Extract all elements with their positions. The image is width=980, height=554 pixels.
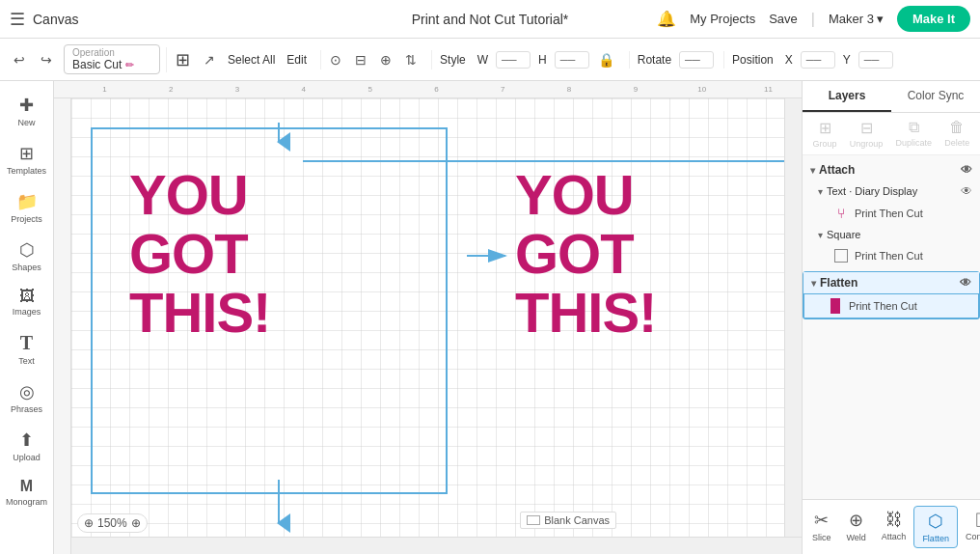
edit-button[interactable]: Edit bbox=[283, 51, 311, 69]
weld-tool[interactable]: ⊕ Weld bbox=[839, 506, 874, 548]
undo-button[interactable]: ↩ bbox=[8, 48, 31, 71]
zoom-decrease-icon[interactable]: ⊕ bbox=[84, 516, 94, 530]
topbar-right: 🔔 My Projects Save | Maker 3 ▾ Make It bbox=[657, 6, 970, 32]
rotate-input[interactable]: ── bbox=[679, 51, 714, 69]
monogram-icon: M bbox=[20, 478, 33, 495]
slice-icon: ✂ bbox=[814, 510, 829, 531]
blank-canvas-text: Blank Canvas bbox=[544, 514, 610, 526]
left-sidebar: ✚ New ⊞ Templates 📁 Projects ⬡ Shapes 🖼 … bbox=[0, 81, 54, 554]
text-you-got-this-right[interactable]: YOUGOTTHIS! bbox=[515, 166, 656, 343]
flatten-group-name: Flatten bbox=[820, 276, 956, 290]
panel-actions: ⊞ Group ⊟ Ungroup ⧉ Duplicate 🗑 Delete bbox=[803, 113, 980, 155]
h-input[interactable]: ── bbox=[555, 51, 589, 69]
undo-redo-group: ↩ ↪ bbox=[8, 48, 58, 71]
sidebar-item-images-label: Images bbox=[13, 307, 41, 317]
attach-tool-icon: ⛓ bbox=[885, 510, 903, 530]
y-input[interactable]: ── bbox=[858, 51, 893, 69]
x-label: X bbox=[781, 51, 797, 69]
h-label: H bbox=[534, 51, 551, 69]
machine-label: Maker 3 bbox=[829, 12, 874, 26]
zoom-increase-icon[interactable]: ⊕ bbox=[131, 516, 141, 530]
select-all-button[interactable]: Select All bbox=[224, 51, 279, 69]
sidebar-item-upload-label: Upload bbox=[13, 453, 41, 462]
blank-canvas-label: Blank Canvas bbox=[520, 512, 616, 529]
sidebar-item-projects[interactable]: 📁 Projects bbox=[3, 185, 51, 230]
sidebar-item-templates[interactable]: ⊞ Templates bbox=[3, 137, 51, 181]
sidebar-item-phrases-label: Phrases bbox=[11, 404, 42, 414]
square-header[interactable]: ▾ Square bbox=[810, 225, 980, 244]
text-diary-header[interactable]: ▾ Text · Diary Display 👁 bbox=[810, 180, 980, 202]
arrow-select-icon[interactable]: ↗ bbox=[199, 50, 220, 69]
machine-selector[interactable]: Maker 3 ▾ bbox=[829, 12, 884, 26]
delete-label: Delete bbox=[944, 138, 969, 148]
canvas-grid[interactable]: YOUGOTTHIS! YOUGOTTHIS! bbox=[71, 98, 802, 537]
delete-action[interactable]: 🗑 Delete bbox=[944, 119, 969, 149]
attach-group-header[interactable]: ▾ Attach 👁 bbox=[803, 159, 980, 180]
canvas-area[interactable]: 1 2 3 4 5 6 7 8 9 10 11 YOUGOTTHIS! YOUG… bbox=[54, 81, 802, 554]
attach-tool[interactable]: ⛓ Attach bbox=[874, 506, 914, 548]
weld-label: Weld bbox=[847, 533, 866, 542]
align-icon[interactable]: ⊟ bbox=[350, 50, 371, 69]
pink-thumb-rect bbox=[830, 298, 840, 314]
lock-ratio-icon[interactable]: 🔒 bbox=[593, 50, 619, 69]
my-projects-link[interactable]: My Projects bbox=[690, 12, 755, 26]
duplicate-action[interactable]: ⧉ Duplicate bbox=[896, 119, 933, 149]
select-all-group-icon[interactable]: ⊞ bbox=[171, 47, 195, 72]
group-icon: ⊞ bbox=[819, 119, 831, 137]
attach-group-name: Attach bbox=[819, 163, 957, 177]
group-label: Group bbox=[813, 139, 837, 149]
hamburger-menu[interactable]: ☰ bbox=[10, 9, 25, 30]
ungroup-action[interactable]: ⊟ Ungroup bbox=[850, 119, 884, 149]
upload-icon: ⬆ bbox=[19, 429, 34, 451]
sidebar-item-shapes[interactable]: ⬡ Shapes bbox=[3, 234, 51, 278]
contour-tool[interactable]: ⌷ Contour bbox=[958, 506, 980, 548]
text-diary-ptc-item[interactable]: ⑂ Print Then Cut bbox=[810, 202, 980, 225]
sidebar-item-text[interactable]: T Text bbox=[3, 326, 51, 372]
edit-pencil-icon: ✏ bbox=[125, 59, 134, 71]
tab-color-sync[interactable]: Color Sync bbox=[891, 81, 980, 112]
flatten-tool-icon: ⬡ bbox=[928, 511, 943, 532]
w-input[interactable]: ── bbox=[496, 51, 531, 69]
ungroup-label: Ungroup bbox=[850, 139, 884, 149]
make-it-button[interactable]: Make It bbox=[897, 6, 970, 32]
contour-icon: ⌷ bbox=[975, 510, 980, 530]
notification-bell-icon[interactable]: 🔔 bbox=[657, 10, 676, 28]
sidebar-item-phrases[interactable]: ◎ Phrases bbox=[3, 375, 51, 420]
horizontal-scrollbar[interactable] bbox=[71, 537, 802, 554]
sidebar-item-new[interactable]: ✚ New bbox=[3, 89, 51, 133]
toolbar-dimensions-section: Style W ── H ── 🔒 bbox=[431, 50, 623, 69]
text-diary-visibility-icon[interactable]: 👁 bbox=[961, 184, 972, 198]
offset-icon[interactable]: ⊙ bbox=[325, 50, 346, 69]
tab-layers[interactable]: Layers bbox=[803, 81, 891, 112]
text-icon: T bbox=[20, 332, 33, 354]
flatten-visibility-icon[interactable]: 👁 bbox=[960, 276, 971, 290]
flatten-group-header[interactable]: ▾ Flatten 👁 bbox=[803, 272, 979, 293]
images-icon: 🖼 bbox=[19, 288, 35, 305]
projects-icon: 📁 bbox=[16, 191, 38, 212]
sidebar-item-monogram[interactable]: M Monogram bbox=[3, 472, 51, 512]
arrange-icon[interactable]: ⊕ bbox=[375, 50, 396, 69]
text-diary-name: Text · Diary Display bbox=[827, 185, 957, 197]
sidebar-item-text-label: Text bbox=[18, 356, 35, 366]
attach-visibility-icon[interactable]: 👁 bbox=[961, 163, 972, 177]
square-name: Square bbox=[827, 229, 972, 240]
vertical-ruler bbox=[54, 98, 71, 554]
operation-selector[interactable]: Operation Basic Cut ✏ bbox=[64, 44, 160, 74]
divider: | bbox=[811, 11, 815, 28]
square-ptc-item[interactable]: Print Then Cut bbox=[810, 244, 980, 267]
horizontal-ruler: 1 2 3 4 5 6 7 8 9 10 11 bbox=[54, 81, 802, 98]
save-button[interactable]: Save bbox=[769, 12, 798, 26]
duplicate-icon: ⧉ bbox=[909, 119, 919, 136]
redo-button[interactable]: ↪ bbox=[35, 48, 58, 71]
slice-tool[interactable]: ✂ Slice bbox=[804, 506, 839, 548]
phrases-icon: ◎ bbox=[19, 381, 35, 402]
flip-icon[interactable]: ⇅ bbox=[400, 50, 422, 69]
flatten-tool[interactable]: ⬡ Flatten bbox=[913, 506, 958, 548]
sidebar-item-upload[interactable]: ⬆ Upload bbox=[3, 424, 51, 468]
flatten-ptc-item[interactable]: Print Then Cut bbox=[803, 293, 979, 319]
group-action[interactable]: ⊞ Group bbox=[813, 119, 837, 149]
x-input[interactable]: ── bbox=[801, 51, 835, 69]
sidebar-item-images[interactable]: 🖼 Images bbox=[3, 282, 51, 322]
chevron-flatten: ▾ bbox=[811, 278, 816, 289]
vertical-scrollbar[interactable] bbox=[784, 98, 802, 537]
